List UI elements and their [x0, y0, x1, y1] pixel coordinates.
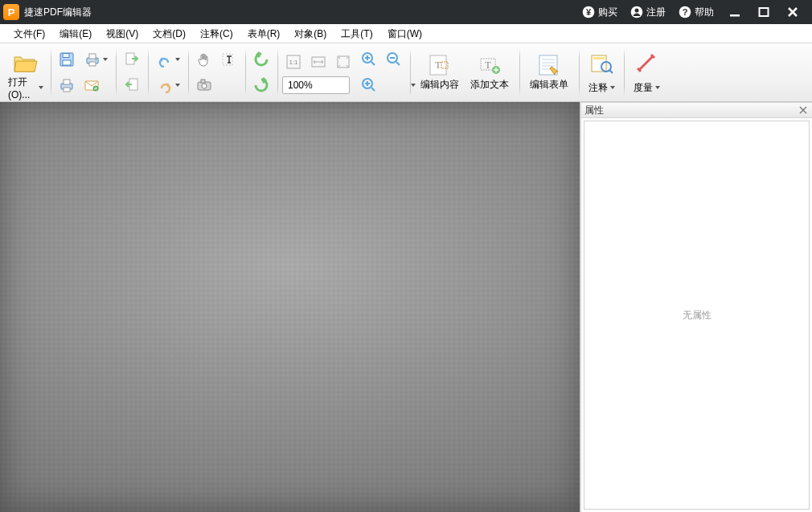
redo-icon: [157, 77, 173, 93]
group-annotate: 注释: [581, 45, 621, 100]
edit-form-button[interactable]: 编辑表单: [524, 45, 574, 96]
zoom-out-top-button[interactable]: [383, 48, 405, 71]
fit-width-button[interactable]: [307, 51, 330, 73]
export-right-button[interactable]: [121, 48, 143, 71]
printer-small-icon: [59, 77, 75, 93]
edit-content-button[interactable]: T 编辑内容: [415, 45, 465, 96]
export-left-button[interactable]: [121, 74, 143, 96]
rotate-ccw-button[interactable]: [250, 48, 273, 71]
properties-title: 属性: [584, 104, 604, 117]
minimize-button[interactable]: [720, 0, 749, 24]
svg-rect-12: [89, 54, 96, 59]
menu-comment[interactable]: 注释(C): [193, 24, 240, 43]
menu-view[interactable]: 视图(V): [99, 24, 146, 43]
zoom-in-bottom-button[interactable]: [358, 74, 380, 96]
folder-open-icon: [12, 51, 39, 76]
svg-text:?: ?: [683, 7, 688, 17]
register-label: 注册: [646, 6, 666, 19]
svg-point-3: [635, 9, 639, 13]
group-edit: T 编辑内容 T 添加文本: [412, 45, 517, 100]
rotate-cw-button[interactable]: [250, 74, 273, 96]
svg-rect-24: [201, 80, 205, 83]
measure-label: 度量: [634, 81, 653, 95]
buy-label: 购买: [598, 6, 617, 19]
page-right-icon: [124, 51, 140, 68]
annotate-label: 注释: [588, 81, 608, 95]
rotate-cw-icon: [252, 76, 270, 94]
yen-icon: ¥: [582, 6, 595, 18]
help-label: 帮助: [695, 6, 714, 19]
group-history: [150, 45, 186, 100]
svg-rect-9: [63, 54, 69, 58]
page-left-icon: [124, 77, 140, 93]
help-button[interactable]: ? 帮助: [672, 0, 720, 24]
camera-icon: [196, 77, 212, 93]
fit-width-icon: [310, 54, 326, 70]
zoom-in-alt-icon: [361, 77, 377, 93]
maximize-button[interactable]: [749, 0, 778, 24]
svg-rect-22: [223, 54, 232, 65]
email-button[interactable]: [80, 74, 103, 96]
document-canvas[interactable]: [0, 102, 580, 512]
edit-content-icon: T: [427, 52, 453, 78]
add-text-button[interactable]: T 添加文本: [465, 45, 515, 96]
fit-page-button[interactable]: [332, 51, 355, 73]
menu-file[interactable]: 文件(F): [6, 24, 52, 43]
svg-point-14: [95, 59, 96, 60]
group-form: 编辑表单: [522, 45, 576, 100]
hand-tool-button[interactable]: [193, 48, 215, 71]
menu-object[interactable]: 对象(B): [287, 24, 334, 43]
close-button[interactable]: [778, 0, 807, 24]
zoom-in-button[interactable]: [358, 48, 380, 71]
svg-rect-6: [730, 14, 740, 17]
text-select-icon: [221, 51, 237, 68]
actual-size-button[interactable]: 1:1: [282, 51, 305, 73]
annotate-icon: [589, 52, 613, 75]
svg-text:T: T: [435, 59, 441, 71]
zoom-out-icon: [386, 51, 402, 68]
svg-point-25: [202, 84, 207, 88]
save-button[interactable]: [55, 48, 78, 71]
menu-form[interactable]: 表单(R): [240, 24, 288, 43]
menu-edit[interactable]: 编辑(E): [52, 24, 99, 43]
snapshot-button[interactable]: [193, 74, 215, 96]
user-icon: [630, 6, 643, 18]
menu-window[interactable]: 窗口(W): [380, 24, 429, 43]
group-open: 打开(O)...: [3, 45, 48, 100]
menu-tool[interactable]: 工具(T): [334, 24, 379, 43]
add-text-icon: T: [477, 52, 502, 78]
form-icon: [536, 52, 562, 78]
svg-rect-10: [63, 60, 71, 65]
register-button[interactable]: 注册: [624, 0, 672, 24]
svg-rect-7: [760, 8, 769, 16]
hand-icon: [196, 51, 212, 68]
menubar: 文件(F) 编辑(E) 视图(V) 文档(D) 注释(C) 表单(R) 对象(B…: [0, 24, 812, 43]
app-logo-icon: P: [3, 4, 19, 20]
select-text-button[interactable]: [218, 48, 240, 71]
undo-button[interactable]: [153, 48, 183, 71]
zoom-combo[interactable]: [282, 76, 350, 94]
properties-panel: 属性 无属性: [580, 102, 812, 512]
group-file-ops: [53, 45, 113, 100]
group-zoom: 1:1: [280, 45, 408, 100]
open-button[interactable]: 打开(O)...: [6, 45, 46, 96]
quick-print-button[interactable]: [55, 74, 78, 96]
measure-icon: [635, 52, 658, 75]
mail-icon: [84, 77, 100, 93]
menu-doc[interactable]: 文档(D): [146, 24, 193, 43]
group-tools: [191, 45, 243, 100]
svg-rect-13: [89, 62, 96, 66]
buy-button[interactable]: ¥ 购买: [576, 0, 624, 24]
measure-button[interactable]: 度量: [629, 45, 664, 96]
properties-close-button[interactable]: [798, 104, 809, 116]
zoom-in-icon: [361, 51, 377, 68]
titlebar: P 捷速PDF编辑器 ¥ 购买 注册 ? 帮助: [0, 0, 812, 24]
redo-button[interactable]: [153, 74, 183, 96]
edit-content-label: 编辑内容: [420, 80, 459, 90]
annotate-button[interactable]: 注释: [584, 45, 619, 96]
group-measure: 度量: [626, 45, 666, 100]
print-dropdown[interactable]: [80, 48, 111, 71]
svg-rect-41: [593, 57, 605, 59]
group-clipboard: [118, 45, 146, 100]
printer-icon: [84, 51, 100, 68]
